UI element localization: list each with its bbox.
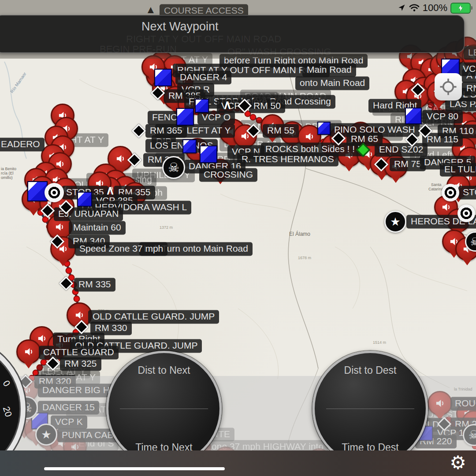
- status-bar: 100%: [397, 2, 471, 14]
- gauge-divider: [120, 409, 208, 409]
- battery-charging-icon: [450, 3, 471, 14]
- stop-bullseye-icon[interactable]: [45, 183, 64, 202]
- poi-star-icon[interactable]: ★: [384, 211, 406, 233]
- vcp-checkpoint-marker[interactable]: [154, 69, 172, 86]
- vcp-checkpoint-marker[interactable]: [176, 108, 194, 126]
- banner-title: Next Waypoint: [141, 20, 219, 33]
- map-place-label: omillo): [1, 175, 13, 180]
- home-indicator[interactable]: [44, 467, 225, 470]
- waypoint-label[interactable]: RM 335: [74, 278, 115, 291]
- dist-to-next-gauge[interactable]: Dist to Next Time to Next: [106, 351, 222, 466]
- dist-to-dest-gauge[interactable]: Dist to Dest Time to Dest: [312, 351, 428, 466]
- stop-bullseye-icon[interactable]: [457, 205, 475, 222]
- waypoint-label[interactable]: RM 325: [60, 357, 101, 371]
- stop-bullseye-icon[interactable]: [442, 184, 459, 201]
- waypoint-label[interactable]: Main Road: [302, 63, 356, 77]
- waypoint-label[interactable]: VCP: [458, 62, 476, 76]
- waypoint-label[interactable]: VCP O: [197, 111, 235, 124]
- wifi-icon: [409, 4, 420, 12]
- banner-ghost-text: OR" WASH CROSSING: [227, 46, 331, 58]
- waypoint-label[interactable]: END SZ02: [375, 143, 428, 156]
- location-arrow-icon: [397, 4, 406, 12]
- vcp-checkpoint-marker[interactable]: [317, 122, 331, 135]
- vcp-checkpoint-marker[interactable]: [182, 139, 197, 153]
- gauge-label: Dist to Next: [108, 364, 219, 376]
- waypoint-label[interactable]: DANGER 4: [175, 71, 231, 84]
- crosshair-icon: [437, 76, 459, 98]
- vcp-checkpoint-marker[interactable]: [405, 108, 422, 124]
- waypoint-label[interactable]: Maintain 60: [69, 221, 126, 234]
- waypoint-label[interactable]: VCP 80: [422, 110, 463, 123]
- waypoint-label[interactable]: EADERO: [0, 138, 45, 151]
- center-location-button[interactable]: [435, 73, 462, 100]
- map-place-label: 1514 m: [373, 340, 386, 345]
- next-waypoint-banner: Next Waypoint RIGHT AT Y OUT OFF MAIN RO…: [0, 15, 465, 53]
- banner-ghost-text: BEGIN PRE-RUN: [100, 44, 177, 55]
- waypoint-label[interactable]: onto Main Road: [295, 76, 369, 90]
- gauge-divider: [326, 409, 414, 409]
- waypoint-label[interactable]: RM 50: [249, 99, 285, 113]
- bottom-bar: ⚙: [0, 450, 476, 476]
- waypoint-label[interactable]: EL TULE: [440, 163, 476, 176]
- waypoint-label[interactable]: R. TRES HERMANOS: [237, 152, 338, 166]
- rally-nav-app: LEFT AT YROAD MAIN ROADJOIN MAIN ROADIT …: [0, 0, 476, 476]
- battery-percentage: 100%: [423, 2, 447, 14]
- gauge-label: Dist to Dest: [315, 364, 426, 376]
- danger-skull-icon[interactable]: ☠: [162, 156, 185, 179]
- waypoint-label[interactable]: RM 55: [263, 124, 299, 138]
- waypoint-label[interactable]: RN: [462, 82, 476, 95]
- map-place-label: rcía (El: [1, 171, 14, 175]
- audio-waypoint-marker[interactable]: [16, 339, 41, 364]
- turn-chevron-icon[interactable]: ∧: [223, 97, 232, 112]
- map-place-label: 1678 m: [298, 256, 311, 260]
- vcp-checkpoint-marker[interactable]: [200, 145, 217, 163]
- map-place-label: 1372 m: [160, 225, 173, 230]
- map-place-label: El Álamo: [289, 231, 310, 237]
- map-place-label: Catarina: [428, 187, 443, 191]
- vcp-checkpoint-marker[interactable]: [77, 192, 92, 207]
- gear-icon[interactable]: ⚙: [450, 450, 466, 475]
- map-place-label: ia Benito: [1, 167, 16, 171]
- compass-tick-number: 0: [1, 379, 13, 389]
- turn-chevron-icon[interactable]: ∧: [106, 183, 115, 197]
- waypoint-label[interactable]: Speed Zone 37 mph: [75, 242, 167, 256]
- waypoint-label[interactable]: CROSSING: [199, 168, 257, 182]
- vcp-checkpoint-marker[interactable]: [195, 99, 209, 113]
- waypoint-label[interactable]: STOP: [458, 186, 476, 199]
- compass-tick-number: 20: [1, 405, 14, 418]
- map-place-label: Santa: [431, 182, 442, 187]
